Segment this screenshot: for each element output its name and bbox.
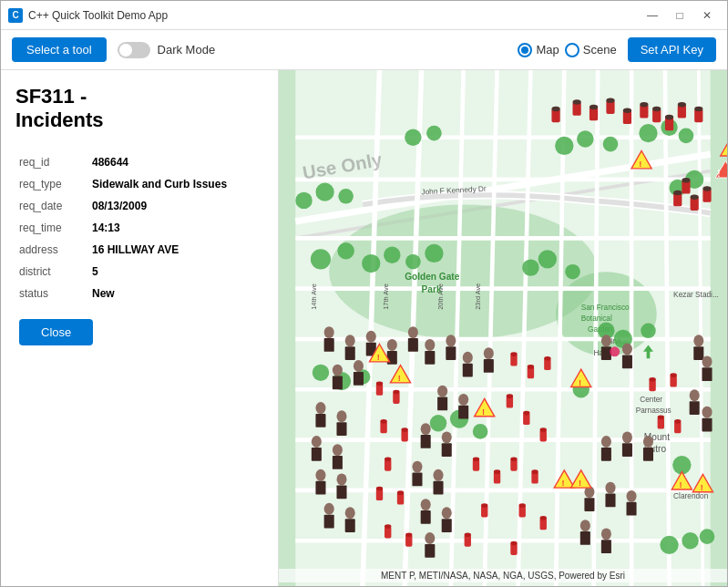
svg-text:!: ! — [579, 479, 581, 488]
field-key: address — [15, 239, 88, 261]
svg-point-156 — [433, 469, 443, 481]
svg-point-193 — [510, 352, 517, 356]
map-radio-option[interactable]: Map — [518, 43, 559, 57]
svg-point-64 — [473, 424, 488, 439]
svg-point-124 — [312, 436, 322, 448]
svg-rect-155 — [412, 473, 422, 487]
svg-point-101 — [702, 186, 711, 191]
svg-rect-131 — [336, 485, 346, 499]
svg-point-211 — [540, 516, 547, 520]
svg-rect-167 — [622, 355, 632, 368]
toolbar: Select a tool Dark Mode Map Scene Set AP… — [1, 30, 727, 70]
svg-point-103 — [691, 194, 699, 200]
svg-text:Clarendon: Clarendon — [673, 491, 709, 500]
svg-point-176 — [601, 436, 611, 448]
svg-point-110 — [345, 335, 355, 346]
svg-text:!: ! — [377, 353, 380, 362]
svg-rect-149 — [458, 406, 468, 419]
svg-point-160 — [442, 507, 452, 519]
svg-point-105 — [682, 178, 690, 183]
svg-point-140 — [446, 335, 456, 346]
svg-rect-187 — [627, 502, 637, 516]
svg-text:Parnassus: Parnassus — [636, 406, 672, 415]
close-sidebar-button[interactable]: Close — [19, 319, 93, 345]
field-key: req_id — [15, 151, 88, 173]
scene-radio-circle[interactable] — [565, 43, 579, 57]
svg-rect-171 — [702, 367, 712, 381]
maximize-button[interactable]: □ — [667, 6, 692, 25]
svg-text:!: ! — [482, 407, 485, 417]
svg-rect-145 — [484, 359, 494, 373]
window-controls: — □ ✕ — [640, 6, 720, 25]
incident-title: SF311 -Incidents — [15, 85, 263, 133]
close-button[interactable]: ✕ — [694, 6, 720, 25]
set-api-key-button[interactable]: Set API Key — [628, 37, 716, 62]
svg-point-197 — [544, 356, 550, 361]
svg-point-43 — [337, 242, 354, 259]
app-window: C C++ Quick Toolkit Demo App — □ ✕ Selec… — [0, 0, 728, 587]
svg-rect-135 — [345, 519, 355, 532]
table-row: address16 HILLWAY AVE — [15, 239, 263, 261]
field-key: status — [15, 283, 88, 304]
svg-rect-169 — [693, 346, 703, 360]
svg-point-73 — [577, 130, 593, 147]
table-row: req_time14:13 — [15, 217, 263, 239]
table-row: req_typeSidewalk and Curb Issues — [15, 173, 263, 195]
svg-point-221 — [401, 427, 407, 432]
svg-point-107 — [673, 191, 682, 196]
svg-rect-125 — [312, 448, 322, 461]
svg-point-162 — [425, 532, 435, 544]
svg-point-152 — [442, 431, 452, 443]
field-key: req_time — [15, 217, 88, 239]
svg-point-95 — [590, 105, 598, 110]
svg-rect-161 — [442, 519, 452, 532]
svg-rect-137 — [408, 338, 418, 352]
map-area[interactable]: John F Kennedy Dr 14th Ave 20th Ave 17th… — [279, 70, 727, 586]
svg-text:17th Ave: 17th Ave — [382, 283, 390, 310]
scene-radio-option[interactable]: Scene — [565, 43, 617, 57]
map-radio-label: Map — [536, 43, 559, 57]
svg-point-231 — [405, 532, 412, 537]
svg-point-44 — [362, 254, 380, 273]
svg-point-49 — [538, 250, 557, 268]
svg-point-72 — [555, 137, 573, 155]
minimize-button[interactable]: — — [640, 6, 665, 25]
svg-rect-191 — [601, 540, 611, 553]
svg-rect-129 — [315, 481, 325, 495]
svg-point-83 — [678, 102, 686, 108]
svg-point-59 — [313, 365, 329, 381]
svg-point-164 — [601, 335, 611, 346]
svg-point-199 — [507, 394, 513, 398]
svg-point-207 — [531, 469, 538, 474]
map-radio-circle[interactable] — [518, 43, 532, 57]
field-value: 14:13 — [88, 217, 263, 239]
svg-rect-175 — [702, 418, 712, 432]
svg-point-245 — [658, 415, 664, 419]
svg-point-53 — [641, 323, 656, 338]
map-svg: John F Kennedy Dr 14th Ave 20th Ave 17th… — [279, 70, 727, 586]
svg-rect-159 — [421, 510, 431, 524]
svg-point-57 — [682, 532, 698, 549]
svg-point-67 — [295, 192, 312, 209]
svg-rect-173 — [690, 401, 700, 415]
svg-marker-248 — [721, 139, 727, 156]
svg-text:!: ! — [701, 483, 703, 492]
svg-point-150 — [421, 423, 431, 435]
svg-point-45 — [384, 247, 400, 263]
svg-rect-111 — [345, 346, 355, 360]
svg-point-46 — [405, 254, 421, 270]
svg-point-118 — [354, 360, 364, 372]
svg-point-62 — [430, 415, 446, 431]
select-tool-button[interactable]: Select a tool — [12, 37, 107, 62]
svg-point-247 — [674, 419, 681, 424]
svg-point-188 — [580, 520, 590, 531]
svg-point-166 — [622, 344, 632, 355]
svg-point-205 — [510, 458, 517, 462]
table-row: req_date08/13/2009 — [15, 195, 263, 217]
svg-text:San Francisco: San Francisco — [581, 303, 630, 312]
map-scene-group: Map Scene — [518, 43, 616, 57]
svg-point-148 — [458, 394, 468, 406]
dark-mode-toggle[interactable] — [118, 42, 150, 58]
svg-text:Kezar Stadi...: Kezar Stadi... — [673, 290, 719, 299]
svg-point-132 — [324, 503, 334, 515]
